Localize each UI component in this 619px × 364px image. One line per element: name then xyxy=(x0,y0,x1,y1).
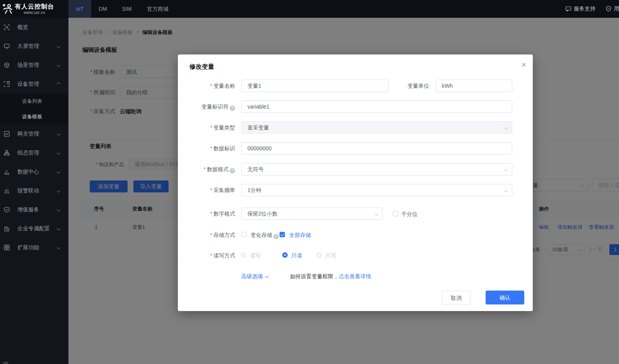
thousands-label: 千分位 xyxy=(401,211,418,217)
configuration-icon xyxy=(4,150,10,156)
chevron-down-icon xyxy=(57,132,61,136)
cancel-button[interactable]: 取消 xyxy=(442,291,471,304)
content-area: 设备管理 > 设备模板 > 编辑设备模板 编辑设备模板 *模板名称 测试 *所属… xyxy=(68,18,619,364)
chevron-down-icon xyxy=(57,151,61,155)
screen-icon xyxy=(4,43,10,49)
edit-variable-modal: 修改变量 × *变量名称 变量1 变量单位 kWh 变量标识符? variabl… xyxy=(178,54,533,311)
chevron-down-icon xyxy=(265,274,269,278)
sidebar-item-extensions[interactable]: 扩展功能 xyxy=(0,238,68,257)
sidebar-item-scene-mgmt[interactable]: 场景管理 xyxy=(0,56,68,75)
topbar: 有人云控制台 www.usr.cn IoT DM SIM 官方商城 服务支持 用… xyxy=(0,0,619,18)
sidebar-item-value-added-services[interactable]: 增值服务 xyxy=(0,200,68,219)
device-mgmt-submenu: 设备列表 设备模板 xyxy=(0,94,68,124)
sidebar-item-device-template[interactable]: 设备模板 xyxy=(0,109,68,124)
confirm-button[interactable]: 确认 xyxy=(486,291,524,304)
sidebar-item-data-center[interactable]: 数据中心 xyxy=(0,162,68,181)
advanced-options-toggle[interactable]: 高级选项 xyxy=(241,273,268,280)
radio-read-only[interactable] xyxy=(282,252,288,258)
badge-icon xyxy=(4,207,10,213)
number-format-select[interactable]: 保留2位小数 xyxy=(241,208,383,220)
variable-unit-label: 变量单位 xyxy=(372,80,429,92)
usr-person-icon xyxy=(2,3,13,15)
product-tabs: IoT DM SIM 官方商城 xyxy=(68,0,176,18)
sidebar-footer-partial: ▪ ▪ ▪ xyxy=(24,362,31,364)
radio-read-write[interactable] xyxy=(241,252,246,258)
data-format-label: *数据格式? xyxy=(178,163,235,175)
chevron-down-icon xyxy=(57,44,61,48)
thousands-checkbox[interactable] xyxy=(393,211,398,216)
variable-type-select[interactable]: 直采变量 xyxy=(241,121,512,134)
change-storage-checkbox[interactable] xyxy=(242,232,247,237)
chevron-up-icon xyxy=(57,82,61,86)
variable-name-label: *变量名称 xyxy=(178,80,235,92)
radio-write-only[interactable] xyxy=(316,252,322,258)
bar-chart-icon xyxy=(4,169,10,175)
sidebar-item-gateway-mgmt[interactable]: 网关管理 xyxy=(0,124,68,143)
alarm-icon xyxy=(4,188,10,194)
data-id-input[interactable]: 00000000 xyxy=(241,142,512,155)
support-link[interactable]: 服务支持 xyxy=(565,5,595,12)
sidebar: 概览 大屏管理 场景管理 设备管理 设备列表 设备模板 网关管理 组态管理 数据 xyxy=(0,18,68,364)
rw-mode-label: *读写方式 xyxy=(178,249,235,262)
variable-name-input[interactable]: 变量1 xyxy=(241,80,389,92)
building-icon xyxy=(4,226,10,231)
sidebar-item-screen-mgmt[interactable]: 大屏管理 xyxy=(0,37,68,56)
help-icon[interactable]: ? xyxy=(230,105,235,111)
chevron-down-icon xyxy=(57,63,61,67)
chat-icon xyxy=(565,6,571,12)
device-icon xyxy=(4,81,10,87)
variable-type-label: *变量类型 xyxy=(178,121,235,134)
sidebar-item-enterprise-config[interactable]: 企业专属配置 xyxy=(0,219,68,238)
read-only-label: 只读 xyxy=(291,252,302,259)
sidebar-item-configuration-mgmt[interactable]: 组态管理 xyxy=(0,143,68,162)
change-storage-label: 变化存储? xyxy=(251,232,279,239)
number-format-label: *数字格式 xyxy=(178,208,235,220)
chevron-down-icon xyxy=(504,168,508,172)
sidebar-item-overview[interactable]: 概览 xyxy=(0,18,68,37)
frequency-label: *采集频率 xyxy=(178,184,235,196)
chevron-down-icon xyxy=(57,246,61,250)
chevron-down-icon xyxy=(57,208,61,212)
chevron-down-icon xyxy=(504,126,508,130)
overview-icon xyxy=(4,24,10,30)
chevron-down-icon xyxy=(57,227,61,231)
help-icon[interactable]: ? xyxy=(273,234,279,239)
data-id-label: *数据标识 xyxy=(178,142,235,155)
sidebar-item-alarm-linkage[interactable]: 报警联动 xyxy=(0,181,68,200)
frequency-select[interactable]: 1分钟 xyxy=(241,184,512,196)
close-icon[interactable]: × xyxy=(521,61,526,69)
tab-dm[interactable]: DM xyxy=(91,0,114,18)
app-subtitle: www.usr.cn xyxy=(15,10,54,15)
all-storage-checkbox[interactable] xyxy=(280,232,285,237)
chevron-down-icon xyxy=(504,189,508,192)
tab-mall[interactable]: 官方商城 xyxy=(139,0,176,18)
storage-label: *存储方式 xyxy=(178,229,235,241)
app-window: 有人云控制台 www.usr.cn IoT DM SIM 官方商城 服务支持 用… xyxy=(0,0,619,364)
identifier-label: 变量标识符? xyxy=(178,100,235,113)
user-menu[interactable]: 用户 xyxy=(605,5,619,12)
all-storage-label: 全部存储 xyxy=(289,232,311,238)
variable-unit-input[interactable]: kWh xyxy=(436,80,512,92)
tab-iot[interactable]: IoT xyxy=(68,0,91,18)
data-format-select[interactable]: 无符号 xyxy=(241,163,512,175)
brand-logo: 有人云控制台 www.usr.cn xyxy=(0,0,68,18)
chevron-down-icon xyxy=(57,170,61,174)
scene-icon xyxy=(4,62,10,68)
chevron-down-icon xyxy=(375,212,379,216)
sidebar-item-device-mgmt[interactable]: 设备管理 xyxy=(0,75,68,94)
write-only-label: 只写 xyxy=(325,252,336,259)
tab-sim[interactable]: SIM xyxy=(114,0,139,18)
chevron-down-icon xyxy=(57,189,61,193)
permission-hint: 如何设置变量权限， xyxy=(290,273,339,280)
gateway-icon xyxy=(4,131,10,137)
permission-detail-link[interactable]: 点击查看详情 xyxy=(339,273,371,280)
identifier-input[interactable]: variable1 xyxy=(241,100,512,113)
advanced-row: 高级选项 如何设置变量权限， 点击查看详情 xyxy=(241,273,371,280)
modal-title: 修改变量 xyxy=(189,63,214,71)
topbar-right: 服务支持 用户 xyxy=(565,0,619,18)
shield-icon xyxy=(605,6,612,12)
sidebar-footer-icon xyxy=(3,362,8,364)
sidebar-item-device-list[interactable]: 设备列表 xyxy=(0,94,68,109)
help-icon[interactable]: ? xyxy=(230,168,235,173)
grid-icon xyxy=(4,245,10,250)
